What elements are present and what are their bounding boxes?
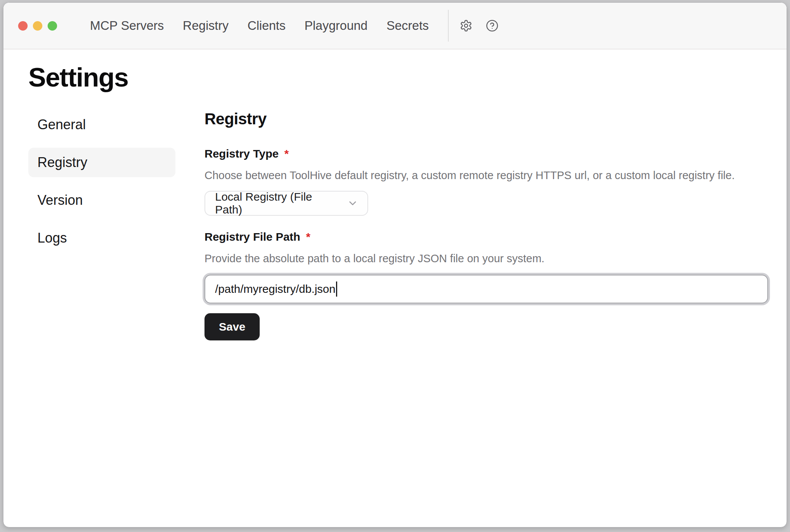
minimize-button[interactable] xyxy=(33,21,42,31)
help-button[interactable] xyxy=(485,19,499,32)
registry-type-select[interactable]: Local Registry (File Path) xyxy=(204,191,368,216)
registry-file-path-description: Provide the absolute path to a local reg… xyxy=(204,251,768,266)
registry-type-label: Registry Type xyxy=(204,147,279,161)
save-button[interactable]: Save xyxy=(204,313,260,340)
text-cursor xyxy=(336,281,337,297)
registry-type-selected-value: Local Registry (File Path) xyxy=(215,190,340,216)
registry-type-field: Registry Type * Choose between ToolHive … xyxy=(204,147,768,216)
titlebar: MCP Servers Registry Clients Playground … xyxy=(3,3,787,49)
app-window: MCP Servers Registry Clients Playground … xyxy=(3,2,787,527)
registry-settings-panel: Registry Registry Type * Choose between … xyxy=(204,110,768,340)
close-button[interactable] xyxy=(18,21,28,31)
titlebar-divider xyxy=(448,10,449,42)
sidebar-item-label: Registry xyxy=(37,155,87,170)
page-title: Settings xyxy=(28,64,768,92)
sidebar-item-version[interactable]: Version xyxy=(28,186,175,215)
registry-type-description: Choose between ToolHive default registry… xyxy=(204,168,768,182)
traffic-lights xyxy=(18,21,57,31)
input-value: /path/myregistry/db.json xyxy=(215,283,335,295)
top-nav: MCP Servers Registry Clients Playground … xyxy=(90,19,429,33)
nav-item-mcp-servers[interactable]: MCP Servers xyxy=(90,19,164,33)
registry-file-path-input[interactable]: /path/myregistry/db.json xyxy=(204,275,768,303)
sidebar-item-general[interactable]: General xyxy=(28,110,175,139)
section-heading: Registry xyxy=(204,110,768,128)
settings-button[interactable] xyxy=(459,19,473,32)
nav-item-secrets[interactable]: Secrets xyxy=(386,19,429,33)
nav-item-playground[interactable]: Playground xyxy=(305,19,368,33)
registry-file-path-label: Registry File Path xyxy=(204,230,300,244)
sidebar-item-label: Logs xyxy=(37,230,67,246)
nav-item-registry[interactable]: Registry xyxy=(183,19,229,33)
sidebar-item-logs[interactable]: Logs xyxy=(28,223,175,253)
chevron-down-icon xyxy=(340,198,358,209)
help-circle-icon xyxy=(486,19,499,32)
registry-file-path-field: Registry File Path * Provide the absolut… xyxy=(204,230,768,303)
required-indicator: * xyxy=(284,147,289,161)
sidebar-item-label: Version xyxy=(37,192,83,208)
zoom-button[interactable] xyxy=(48,21,57,31)
settings-sidebar: General Registry Version Logs xyxy=(28,110,175,340)
required-indicator: * xyxy=(306,230,310,244)
gear-icon xyxy=(460,19,472,32)
sidebar-item-label: General xyxy=(37,117,86,133)
settings-page: Settings General Registry Version Logs xyxy=(3,64,787,340)
sidebar-item-registry[interactable]: Registry xyxy=(28,148,175,177)
nav-item-clients[interactable]: Clients xyxy=(248,19,286,33)
